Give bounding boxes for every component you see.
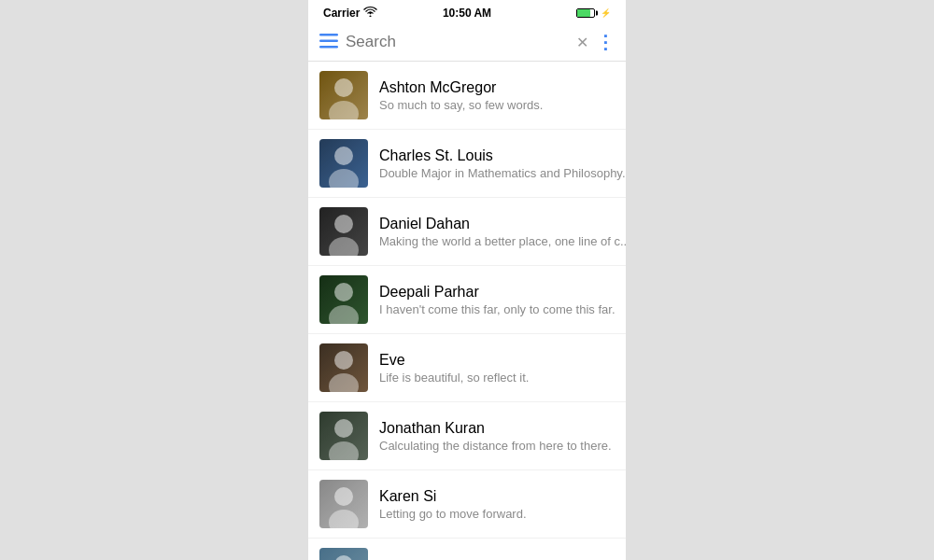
list-item[interactable]: Deepali ParharI haven't come this far, o… — [308, 266, 626, 334]
battery-fill — [577, 9, 590, 17]
contact-name: Karen Si — [379, 488, 615, 505]
contact-info: Charles St. LouisDouble Major in Mathema… — [379, 147, 626, 180]
close-icon[interactable]: ✕ — [576, 34, 588, 51]
more-options-icon[interactable]: ⋮ — [596, 31, 615, 53]
contact-name: Daniel Dahan — [379, 216, 626, 232]
time-display: 10:50 AM — [443, 7, 491, 20]
contact-bio: Calculating the distance from here to th… — [379, 439, 615, 453]
avatar — [319, 275, 368, 324]
contact-name: Deepali Parhar — [379, 284, 616, 301]
svg-point-17 — [334, 351, 353, 370]
contact-name: Eve — [379, 352, 615, 369]
status-bar-left: Carrier — [323, 6, 377, 20]
list-item[interactable]: Charles St. LouisDouble Major in Mathema… — [308, 130, 626, 198]
list-item[interactable]: Jonathan KuranCalculating the distance f… — [308, 402, 626, 470]
contact-name: Jonathan Kuran — [379, 420, 615, 437]
svg-point-8 — [334, 147, 353, 165]
search-input[interactable] — [346, 33, 569, 51]
list-item[interactable]: Ashton McGregorSo much to say, so few wo… — [308, 62, 626, 130]
avatar — [319, 343, 368, 392]
contact-bio: Making the world a better place, one lin… — [379, 234, 626, 248]
contact-bio: Letting go to move forward. — [379, 507, 615, 521]
status-bar: Carrier 10:50 AM ⚡ — [308, 0, 626, 23]
svg-point-23 — [334, 487, 353, 506]
search-bar: ✕ ⋮ — [308, 23, 626, 62]
list-item[interactable]: Kelly Martin — [308, 539, 626, 560]
contact-info: Karen SiLetting go to move forward. — [379, 488, 615, 521]
contacts-list: Ashton McGregorSo much to say, so few wo… — [308, 62, 626, 560]
hamburger-icon[interactable] — [319, 34, 338, 51]
svg-point-14 — [334, 283, 353, 301]
contact-bio: So much to say, so few words. — [379, 98, 615, 112]
contact-name: Ashton McGregor — [379, 79, 615, 96]
carrier-label: Carrier — [323, 7, 360, 20]
list-item[interactable]: Karen SiLetting go to move forward. — [308, 470, 626, 539]
contact-bio: I haven't come this far, only to come th… — [379, 302, 616, 316]
contact-info: Ashton McGregorSo much to say, so few wo… — [379, 79, 615, 112]
avatar — [319, 139, 368, 188]
avatar — [319, 207, 368, 256]
svg-point-5 — [334, 78, 353, 97]
avatar — [319, 412, 368, 460]
contact-bio: Double Major in Mathematics and Philosop… — [379, 166, 626, 180]
svg-point-20 — [334, 419, 353, 438]
contact-info: Jonathan KuranCalculating the distance f… — [379, 420, 615, 453]
charging-bolt: ⚡ — [601, 8, 611, 18]
contact-info: Daniel DahanMaking the world a better pl… — [379, 216, 626, 248]
avatar — [319, 71, 368, 119]
contact-info: Deepali ParharI haven't come this far, o… — [379, 284, 616, 316]
status-bar-right: ⚡ — [576, 8, 611, 18]
avatar — [319, 548, 368, 560]
svg-point-11 — [334, 215, 353, 233]
contact-name: Charles St. Louis — [379, 147, 626, 164]
phone-frame: Carrier 10:50 AM ⚡ — [308, 0, 626, 560]
avatar — [319, 480, 368, 528]
list-item[interactable]: Daniel DahanMaking the world a better pl… — [308, 198, 626, 266]
svg-point-0 — [370, 16, 372, 18]
svg-rect-3 — [319, 46, 338, 49]
svg-rect-2 — [319, 39, 338, 42]
contact-info: EveLife is beautiful, so reflect it. — [379, 352, 615, 385]
contact-bio: Life is beautiful, so reflect it. — [379, 371, 615, 385]
wifi-icon — [363, 6, 377, 20]
battery-icon — [576, 8, 595, 18]
svg-rect-1 — [319, 34, 338, 36]
list-item[interactable]: EveLife is beautiful, so reflect it. — [308, 334, 626, 402]
